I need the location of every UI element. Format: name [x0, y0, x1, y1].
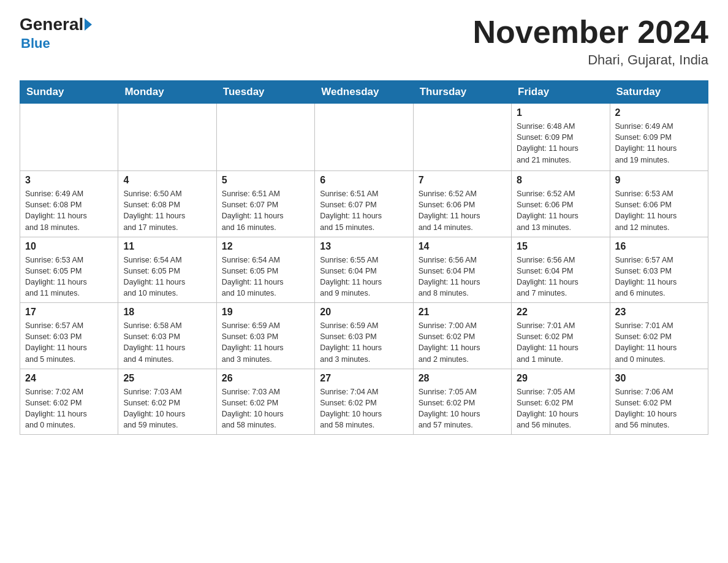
calendar-cell-w5-d1: 25Sunrise: 7:03 AMSunset: 6:02 PMDayligh…	[118, 369, 216, 435]
day-number: 22	[517, 307, 604, 318]
day-number: 11	[123, 241, 211, 252]
day-info: Sunrise: 6:48 AMSunset: 6:09 PMDaylight:…	[517, 121, 604, 166]
day-info: Sunrise: 7:01 AMSunset: 6:02 PMDaylight:…	[615, 320, 703, 365]
calendar-cell-w5-d2: 26Sunrise: 7:03 AMSunset: 6:02 PMDayligh…	[216, 369, 314, 435]
day-info: Sunrise: 6:52 AMSunset: 6:06 PMDaylight:…	[517, 188, 604, 233]
day-number: 25	[123, 373, 211, 384]
calendar-cell-w2-d5: 8Sunrise: 6:52 AMSunset: 6:06 PMDaylight…	[512, 171, 610, 237]
calendar-cell-w3-d2: 12Sunrise: 6:54 AMSunset: 6:05 PMDayligh…	[216, 237, 314, 303]
day-number: 30	[615, 373, 703, 384]
calendar-cell-w5-d3: 27Sunrise: 7:04 AMSunset: 6:02 PMDayligh…	[315, 369, 413, 435]
day-number: 14	[419, 241, 506, 252]
calendar-cell-w4-d6: 23Sunrise: 7:01 AMSunset: 6:02 PMDayligh…	[610, 303, 708, 369]
week-row-5: 24Sunrise: 7:02 AMSunset: 6:02 PMDayligh…	[20, 369, 708, 435]
day-number: 24	[25, 373, 113, 384]
day-info: Sunrise: 7:03 AMSunset: 6:02 PMDaylight:…	[123, 386, 211, 431]
header: General Blue November 2024 Dhari, Gujara…	[20, 15, 708, 68]
calendar-cell-w2-d2: 5Sunrise: 6:51 AMSunset: 6:07 PMDaylight…	[216, 171, 314, 237]
calendar-cell-w3-d6: 16Sunrise: 6:57 AMSunset: 6:03 PMDayligh…	[610, 237, 708, 303]
calendar-cell-w3-d1: 11Sunrise: 6:54 AMSunset: 6:05 PMDayligh…	[118, 237, 216, 303]
header-monday: Monday	[118, 81, 216, 104]
day-info: Sunrise: 6:54 AMSunset: 6:05 PMDaylight:…	[123, 255, 211, 299]
day-info: Sunrise: 6:49 AMSunset: 6:08 PMDaylight:…	[25, 188, 113, 233]
logo: General Blue	[20, 15, 92, 52]
calendar-cell-w2-d1: 4Sunrise: 6:50 AMSunset: 6:08 PMDaylight…	[118, 171, 216, 237]
weekday-header-row: Sunday Monday Tuesday Wednesday Thursday…	[20, 81, 708, 104]
week-row-4: 17Sunrise: 6:57 AMSunset: 6:03 PMDayligh…	[20, 303, 708, 369]
day-info: Sunrise: 6:55 AMSunset: 6:04 PMDaylight:…	[320, 255, 408, 299]
header-thursday: Thursday	[413, 81, 511, 104]
day-info: Sunrise: 7:06 AMSunset: 6:02 PMDaylight:…	[615, 386, 703, 431]
month-year-title: November 2024	[473, 15, 708, 50]
day-number: 10	[25, 241, 113, 252]
calendar-cell-w1-d2	[216, 104, 314, 171]
calendar-cell-w1-d4	[413, 104, 511, 171]
calendar-cell-w4-d0: 17Sunrise: 6:57 AMSunset: 6:03 PMDayligh…	[20, 303, 118, 369]
week-row-1: 1Sunrise: 6:48 AMSunset: 6:09 PMDaylight…	[20, 104, 708, 171]
calendar-cell-w4-d1: 18Sunrise: 6:58 AMSunset: 6:03 PMDayligh…	[118, 303, 216, 369]
day-info: Sunrise: 7:05 AMSunset: 6:02 PMDaylight:…	[517, 386, 604, 431]
day-info: Sunrise: 7:01 AMSunset: 6:02 PMDaylight:…	[517, 320, 604, 365]
calendar-cell-w3-d0: 10Sunrise: 6:53 AMSunset: 6:05 PMDayligh…	[20, 237, 118, 303]
calendar-cell-w4-d2: 19Sunrise: 6:59 AMSunset: 6:03 PMDayligh…	[216, 303, 314, 369]
day-info: Sunrise: 6:53 AMSunset: 6:05 PMDaylight:…	[25, 255, 113, 299]
week-row-3: 10Sunrise: 6:53 AMSunset: 6:05 PMDayligh…	[20, 237, 708, 303]
day-info: Sunrise: 6:50 AMSunset: 6:08 PMDaylight:…	[123, 188, 211, 233]
calendar-cell-w4-d5: 22Sunrise: 7:01 AMSunset: 6:02 PMDayligh…	[512, 303, 610, 369]
header-sunday: Sunday	[20, 81, 118, 104]
day-info: Sunrise: 7:03 AMSunset: 6:02 PMDaylight:…	[222, 386, 309, 431]
day-info: Sunrise: 6:54 AMSunset: 6:05 PMDaylight:…	[222, 255, 309, 299]
week-row-2: 3Sunrise: 6:49 AMSunset: 6:08 PMDaylight…	[20, 171, 708, 237]
day-number: 23	[615, 307, 703, 318]
calendar-cell-w5-d5: 29Sunrise: 7:05 AMSunset: 6:02 PMDayligh…	[512, 369, 610, 435]
calendar-cell-w3-d4: 14Sunrise: 6:56 AMSunset: 6:04 PMDayligh…	[413, 237, 511, 303]
day-number: 6	[320, 175, 408, 186]
day-info: Sunrise: 6:49 AMSunset: 6:09 PMDaylight:…	[615, 121, 703, 166]
day-number: 5	[222, 175, 309, 186]
day-info: Sunrise: 7:04 AMSunset: 6:02 PMDaylight:…	[320, 386, 408, 431]
header-saturday: Saturday	[610, 81, 708, 104]
header-wednesday: Wednesday	[315, 81, 413, 104]
day-info: Sunrise: 6:53 AMSunset: 6:06 PMDaylight:…	[615, 188, 703, 233]
day-number: 28	[419, 373, 506, 384]
calendar-cell-w2-d3: 6Sunrise: 6:51 AMSunset: 6:07 PMDaylight…	[315, 171, 413, 237]
day-info: Sunrise: 7:02 AMSunset: 6:02 PMDaylight:…	[25, 386, 113, 431]
day-number: 21	[419, 307, 506, 318]
logo-general-text: General	[20, 15, 83, 34]
day-number: 12	[222, 241, 309, 252]
day-info: Sunrise: 7:00 AMSunset: 6:02 PMDaylight:…	[419, 320, 506, 365]
day-number: 8	[517, 175, 604, 186]
calendar-cell-w5-d6: 30Sunrise: 7:06 AMSunset: 6:02 PMDayligh…	[610, 369, 708, 435]
day-number: 17	[25, 307, 113, 318]
day-number: 26	[222, 373, 309, 384]
day-number: 1	[517, 107, 604, 118]
calendar-cell-w1-d0	[20, 104, 118, 171]
day-info: Sunrise: 6:58 AMSunset: 6:03 PMDaylight:…	[123, 320, 211, 365]
calendar-cell-w2-d6: 9Sunrise: 6:53 AMSunset: 6:06 PMDaylight…	[610, 171, 708, 237]
calendar-cell-w2-d0: 3Sunrise: 6:49 AMSunset: 6:08 PMDaylight…	[20, 171, 118, 237]
day-number: 13	[320, 241, 408, 252]
day-info: Sunrise: 7:05 AMSunset: 6:02 PMDaylight:…	[419, 386, 506, 431]
calendar-cell-w4-d3: 20Sunrise: 6:59 AMSunset: 6:03 PMDayligh…	[315, 303, 413, 369]
header-tuesday: Tuesday	[216, 81, 314, 104]
title-area: November 2024 Dhari, Gujarat, India	[473, 15, 708, 68]
logo-arrow-icon	[85, 18, 92, 31]
calendar-cell-w3-d5: 15Sunrise: 6:56 AMSunset: 6:04 PMDayligh…	[512, 237, 610, 303]
calendar-cell-w4-d4: 21Sunrise: 7:00 AMSunset: 6:02 PMDayligh…	[413, 303, 511, 369]
day-info: Sunrise: 6:59 AMSunset: 6:03 PMDaylight:…	[320, 320, 408, 365]
location-text: Dhari, Gujarat, India	[473, 52, 708, 68]
calendar-cell-w5-d0: 24Sunrise: 7:02 AMSunset: 6:02 PMDayligh…	[20, 369, 118, 435]
day-info: Sunrise: 6:56 AMSunset: 6:04 PMDaylight:…	[419, 255, 506, 299]
day-info: Sunrise: 6:56 AMSunset: 6:04 PMDaylight:…	[517, 255, 604, 299]
day-number: 2	[615, 107, 703, 118]
day-number: 15	[517, 241, 604, 252]
day-number: 18	[123, 307, 211, 318]
calendar-cell-w3-d3: 13Sunrise: 6:55 AMSunset: 6:04 PMDayligh…	[315, 237, 413, 303]
day-number: 27	[320, 373, 408, 384]
calendar-table: Sunday Monday Tuesday Wednesday Thursday…	[20, 80, 708, 435]
day-info: Sunrise: 6:51 AMSunset: 6:07 PMDaylight:…	[222, 188, 309, 233]
calendar-cell-w1-d3	[315, 104, 413, 171]
day-number: 7	[419, 175, 506, 186]
calendar-cell-w1-d1	[118, 104, 216, 171]
day-number: 4	[123, 175, 211, 186]
